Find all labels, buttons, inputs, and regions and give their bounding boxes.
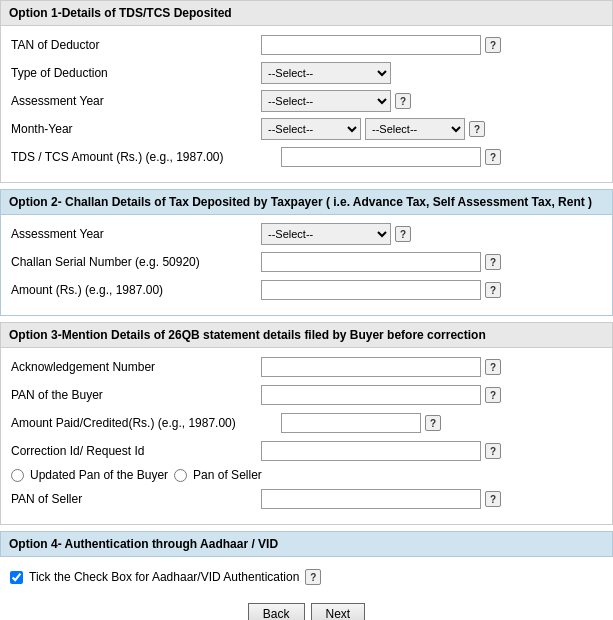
- option2-header: Option 2- Challan Details of Tax Deposit…: [0, 189, 613, 215]
- o2-assessment-year-select[interactable]: --Select--: [261, 223, 391, 245]
- pan-seller-input[interactable]: [261, 489, 481, 509]
- option4-header: Option 4- Authentication through Aadhaar…: [0, 531, 613, 557]
- ack-number-help-icon[interactable]: ?: [485, 359, 501, 375]
- challan-serial-row: Challan Serial Number (e.g. 50920) ?: [11, 251, 602, 273]
- option3-body: Acknowledgement Number ? PAN of the Buye…: [0, 348, 613, 525]
- amount-paid-row: Amount Paid/Credited(Rs.) (e.g., 1987.00…: [11, 412, 602, 434]
- aadhaar-checkbox-label: Tick the Check Box for Aadhaar/VID Authe…: [29, 570, 299, 584]
- tds-amount-input[interactable]: [281, 147, 481, 167]
- correction-id-input[interactable]: [261, 441, 481, 461]
- correction-id-label: Correction Id/ Request Id: [11, 444, 261, 458]
- aadhaar-checkbox-row: Tick the Check Box for Aadhaar/VID Authe…: [0, 561, 613, 593]
- pan-buyer-input[interactable]: [261, 385, 481, 405]
- radio-updated-pan[interactable]: [11, 469, 24, 482]
- type-deduction-select[interactable]: --Select--: [261, 62, 391, 84]
- radio-pan-seller-label: Pan of Seller: [193, 468, 262, 482]
- tan-input-wrap: ?: [261, 35, 602, 55]
- tan-help-icon[interactable]: ?: [485, 37, 501, 53]
- o2-assessment-year-row: Assessment Year --Select-- ?: [11, 223, 602, 245]
- radio-updated-pan-label: Updated Pan of the Buyer: [30, 468, 168, 482]
- page-wrapper: Option 1-Details of TDS/TCS Deposited TA…: [0, 0, 613, 620]
- amount-paid-label: Amount Paid/Credited(Rs.) (e.g., 1987.00…: [11, 416, 281, 430]
- assessment-year-wrap: --Select-- ?: [261, 90, 602, 112]
- challan-serial-label: Challan Serial Number (e.g. 50920): [11, 255, 261, 269]
- pan-seller-row: PAN of Seller ?: [11, 488, 602, 510]
- pan-seller-wrap: ?: [261, 489, 602, 509]
- next-button[interactable]: Next: [311, 603, 366, 620]
- ack-number-row: Acknowledgement Number ?: [11, 356, 602, 378]
- year-select[interactable]: --Select--: [365, 118, 465, 140]
- radio-pan-seller[interactable]: [174, 469, 187, 482]
- month-year-help-icon[interactable]: ?: [469, 121, 485, 137]
- amount-paid-wrap: ?: [281, 413, 602, 433]
- aadhaar-help-icon[interactable]: ?: [305, 569, 321, 585]
- o2-amount-help-icon[interactable]: ?: [485, 282, 501, 298]
- tan-input[interactable]: [261, 35, 481, 55]
- option1-header: Option 1-Details of TDS/TCS Deposited: [0, 0, 613, 26]
- month-year-wrap: --Select-- --Select-- ?: [261, 118, 602, 140]
- ack-number-label: Acknowledgement Number: [11, 360, 261, 374]
- pan-buyer-wrap: ?: [261, 385, 602, 405]
- correction-id-row: Correction Id/ Request Id ?: [11, 440, 602, 462]
- tds-amount-label: TDS / TCS Amount (Rs.) (e.g., 1987.00): [11, 150, 281, 164]
- month-year-selects: --Select-- --Select-- ?: [261, 118, 485, 140]
- option2-body: Assessment Year --Select-- ? Challan Ser…: [0, 215, 613, 316]
- tds-amount-row: TDS / TCS Amount (Rs.) (e.g., 1987.00) ?: [11, 146, 602, 168]
- tan-row: TAN of Deductor ?: [11, 34, 602, 56]
- o2-amount-wrap: ?: [261, 280, 602, 300]
- ack-number-wrap: ?: [261, 357, 602, 377]
- o2-assessment-year-wrap: --Select-- ?: [261, 223, 602, 245]
- pan-seller-help-icon[interactable]: ?: [485, 491, 501, 507]
- option1-body: TAN of Deductor ? Type of Deduction --Se…: [0, 26, 613, 183]
- amount-paid-help-icon[interactable]: ?: [425, 415, 441, 431]
- assessment-year-help-icon[interactable]: ?: [395, 93, 411, 109]
- assessment-year-select[interactable]: --Select--: [261, 90, 391, 112]
- assessment-year-label: Assessment Year: [11, 94, 261, 108]
- footer-buttons: Back Next: [0, 593, 613, 620]
- correction-id-help-icon[interactable]: ?: [485, 443, 501, 459]
- month-year-row: Month-Year --Select-- --Select-- ?: [11, 118, 602, 140]
- o2-amount-row: Amount (Rs.) (e.g., 1987.00) ?: [11, 279, 602, 301]
- correction-id-wrap: ?: [261, 441, 602, 461]
- o2-amount-label: Amount (Rs.) (e.g., 1987.00): [11, 283, 261, 297]
- pan-buyer-row: PAN of the Buyer ?: [11, 384, 602, 406]
- challan-serial-input[interactable]: [261, 252, 481, 272]
- pan-buyer-help-icon[interactable]: ?: [485, 387, 501, 403]
- aadhaar-checkbox[interactable]: [10, 571, 23, 584]
- assessment-year-row: Assessment Year --Select-- ?: [11, 90, 602, 112]
- challan-serial-help-icon[interactable]: ?: [485, 254, 501, 270]
- o2-amount-input[interactable]: [261, 280, 481, 300]
- back-button[interactable]: Back: [248, 603, 305, 620]
- pan-buyer-label: PAN of the Buyer: [11, 388, 261, 402]
- challan-serial-wrap: ?: [261, 252, 602, 272]
- month-select[interactable]: --Select--: [261, 118, 361, 140]
- type-deduction-row: Type of Deduction --Select--: [11, 62, 602, 84]
- o2-assessment-year-help-icon[interactable]: ?: [395, 226, 411, 242]
- tan-label: TAN of Deductor: [11, 38, 261, 52]
- radio-pan-row: Updated Pan of the Buyer Pan of Seller: [11, 468, 602, 482]
- ack-number-input[interactable]: [261, 357, 481, 377]
- option3-header: Option 3-Mention Details of 26QB stateme…: [0, 322, 613, 348]
- o2-assessment-year-label: Assessment Year: [11, 227, 261, 241]
- amount-paid-input[interactable]: [281, 413, 421, 433]
- pan-seller-label: PAN of Seller: [11, 492, 261, 506]
- month-year-label: Month-Year: [11, 122, 261, 136]
- tds-amount-wrap: ?: [281, 147, 602, 167]
- type-deduction-label: Type of Deduction: [11, 66, 261, 80]
- type-deduction-wrap: --Select--: [261, 62, 602, 84]
- tds-amount-help-icon[interactable]: ?: [485, 149, 501, 165]
